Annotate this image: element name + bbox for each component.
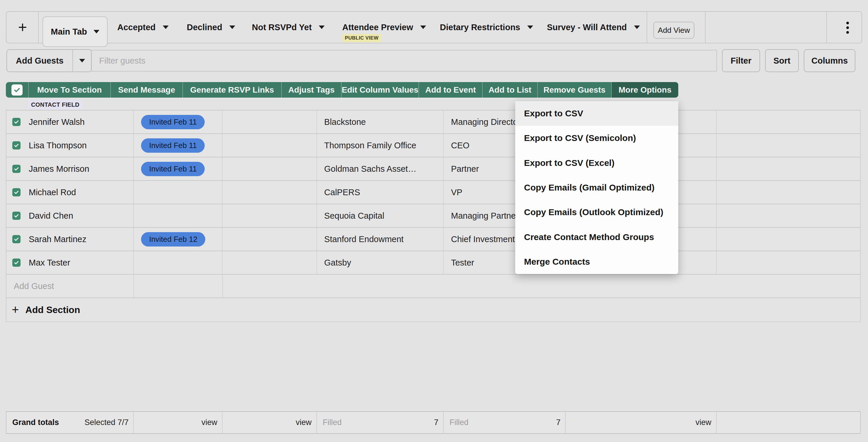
footer-summary-cell[interactable]: view [223, 412, 317, 433]
status-cell[interactable]: Invited Feb 11 [134, 110, 223, 133]
menu-item-export-to-csv-semicolon[interactable]: Export to CSV (Semicolon) [515, 126, 678, 150]
view-link[interactable]: view [695, 418, 711, 427]
company-cell[interactable]: Stanford Endowment [317, 228, 444, 251]
more-menu-kebab-icon[interactable] [842, 21, 853, 34]
menu-item-merge-contacts[interactable]: Merge Contacts [515, 249, 678, 274]
row-checkbox-checked[interactable] [12, 188, 21, 196]
empty-cell[interactable] [223, 110, 317, 133]
remove-guests-button[interactable]: Remove Guests [538, 82, 612, 98]
company-value: Thompson Family Office [324, 141, 416, 150]
edit-column-values-button[interactable]: Edit Column Values [342, 82, 419, 98]
tab-accepted[interactable]: Accepted [117, 12, 168, 43]
title-value: Tester [451, 258, 474, 267]
tab-declined[interactable]: Declined [187, 12, 235, 43]
menu-item-export-to-csv-excel[interactable]: Export to CSV (Excel) [515, 151, 678, 175]
grand-totals-footer: Grand totals Selected 7/7 view view Fill… [6, 411, 861, 434]
menu-item-copy-emails-gmail[interactable]: Copy Emails (Gmail Optimized) [515, 175, 678, 200]
row-checkbox-checked[interactable] [12, 118, 21, 126]
status-cell[interactable]: Invited Feb 12 [134, 228, 223, 251]
row-checkbox-checked[interactable] [12, 258, 21, 267]
tab-main-tab[interactable]: Main Tab [42, 17, 107, 47]
add-view-button[interactable]: Add View [653, 22, 694, 39]
empty-cell[interactable] [717, 228, 860, 251]
name-cell[interactable]: Lisa Thompson [6, 134, 134, 157]
empty-cell[interactable] [223, 228, 317, 251]
name-cell[interactable]: Max Tester [6, 251, 134, 274]
more-options-menu: Export to CSV Export to CSV (Semicolon) … [515, 101, 678, 274]
table-row: Sarah Martinez Invited Feb 12 Stanford E… [6, 228, 860, 251]
add-guests-dropdown-toggle[interactable] [73, 50, 91, 71]
company-cell[interactable]: Sequoia Capital [317, 204, 444, 227]
empty-cell[interactable] [717, 134, 860, 157]
guest-name: Lisa Thompson [29, 141, 87, 150]
tab-label: Survey - Will Attend [547, 23, 627, 32]
name-cell[interactable]: James Morrison [6, 157, 134, 180]
view-link[interactable]: view [202, 418, 217, 427]
company-cell[interactable]: Goldman Sachs Asset… [317, 157, 444, 180]
footer-summary-cell[interactable]: view [134, 412, 223, 433]
empty-cell[interactable] [223, 134, 317, 157]
empty-cell[interactable] [223, 251, 317, 274]
empty-cell[interactable] [223, 181, 317, 204]
adjust-tags-button[interactable]: Adjust Tags [282, 82, 342, 98]
name-cell[interactable]: Sarah Martinez [6, 228, 134, 251]
footer-empty-cell [717, 412, 860, 433]
view-link[interactable]: view [296, 418, 312, 427]
guest-name: James Morrison [29, 164, 89, 174]
name-cell[interactable]: Jennifer Walsh [6, 110, 134, 133]
empty-cell[interactable] [717, 110, 860, 133]
company-cell[interactable]: Thompson Family Office [317, 134, 444, 157]
empty-cell [134, 275, 223, 297]
status-cell[interactable]: Invited Feb 11 [134, 134, 223, 157]
move-to-section-button[interactable]: Move To Section [29, 82, 111, 98]
more-options-button[interactable]: More Options [612, 82, 678, 98]
sort-button[interactable]: Sort [765, 49, 799, 72]
add-to-list-button[interactable]: Add to List [483, 82, 538, 98]
tab-not-rsvpd-yet[interactable]: Not RSVPd Yet [252, 12, 324, 43]
menu-item-export-to-csv[interactable]: Export to CSV [515, 101, 678, 126]
menu-item-create-contact-method-groups[interactable]: Create Contact Method Groups [515, 224, 678, 249]
status-cell[interactable] [134, 204, 223, 227]
chevron-down-icon [94, 30, 99, 33]
add-tab-button[interactable]: + [6, 12, 39, 43]
row-checkbox-checked[interactable] [12, 212, 21, 220]
status-cell[interactable] [134, 181, 223, 204]
empty-cell[interactable] [717, 181, 860, 204]
add-guests-split-button[interactable]: Add Guests [6, 49, 92, 72]
plus-icon: + [18, 20, 27, 35]
company-cell[interactable]: Gatsby [317, 251, 444, 274]
footer-summary-cell[interactable]: view [566, 412, 716, 433]
company-value: Sequoia Capital [324, 211, 384, 221]
add-section-button[interactable]: + Add Section [6, 298, 860, 322]
status-cell[interactable] [134, 251, 223, 274]
footer-summary-cell[interactable]: Filled 7 [317, 412, 444, 433]
empty-cell[interactable] [717, 251, 860, 274]
empty-cell[interactable] [717, 157, 860, 180]
select-all-checkbox[interactable] [6, 82, 29, 98]
name-cell[interactable]: Michael Rod [6, 181, 134, 204]
columns-button[interactable]: Columns [804, 49, 856, 72]
empty-cell[interactable] [223, 204, 317, 227]
name-cell[interactable]: David Chen [6, 204, 134, 227]
empty-cell[interactable] [717, 204, 860, 227]
status-cell[interactable]: Invited Feb 11 [134, 157, 223, 180]
menu-item-copy-emails-outlook[interactable]: Copy Emails (Outlook Optimized) [515, 200, 678, 224]
footer-summary-cell[interactable]: Filled 7 [444, 412, 566, 433]
add-to-event-button[interactable]: Add to Event [419, 82, 483, 98]
empty-cell[interactable] [223, 157, 317, 180]
table-row: Max Tester Gatsby Tester [6, 251, 860, 275]
send-message-button[interactable]: Send Message [111, 82, 183, 98]
table-row: James Morrison Invited Feb 11 Goldman Sa… [6, 157, 860, 181]
row-checkbox-checked[interactable] [12, 141, 21, 150]
tab-dietary-restrictions[interactable]: Dietary Restrictions [440, 12, 533, 43]
add-guest-input[interactable]: Add Guest [6, 275, 134, 297]
company-cell[interactable]: CalPERS [317, 181, 444, 204]
company-cell[interactable]: Blackstone [317, 110, 444, 133]
filter-button[interactable]: Filter [722, 49, 760, 72]
generate-rsvp-links-button[interactable]: Generate RSVP Links [183, 82, 282, 98]
tab-survey-will-attend[interactable]: Survey - Will Attend [547, 12, 640, 43]
row-checkbox-checked[interactable] [12, 165, 21, 173]
row-checkbox-checked[interactable] [12, 235, 21, 243]
add-section-label: Add Section [26, 305, 80, 315]
filter-guests-input[interactable] [91, 50, 717, 71]
